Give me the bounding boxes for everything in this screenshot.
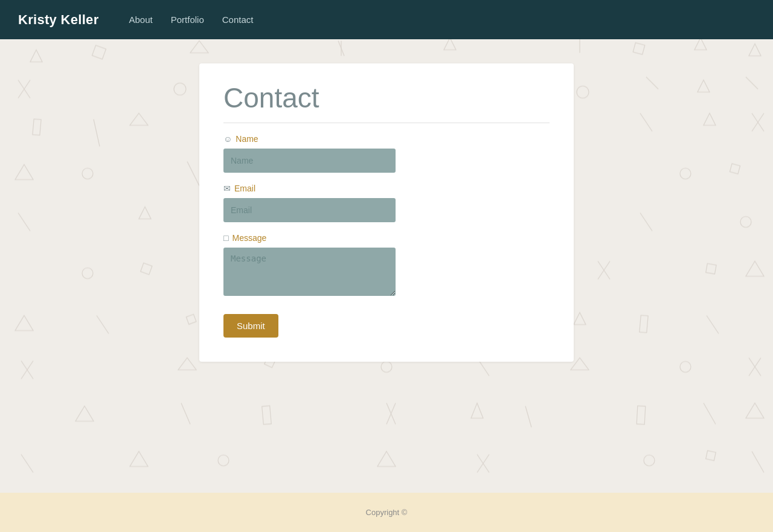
svg-line-79 <box>386 403 396 425</box>
svg-rect-59 <box>186 314 196 324</box>
svg-line-33 <box>187 162 199 186</box>
email-label: ✉ Email <box>223 184 550 193</box>
svg-line-4 <box>338 41 344 56</box>
svg-marker-5 <box>444 39 456 50</box>
main-content: Contact ☺ Name ✉ Email <box>0 39 773 493</box>
svg-line-10 <box>18 80 30 98</box>
svg-marker-56 <box>746 261 764 277</box>
svg-marker-8 <box>694 39 707 50</box>
svg-line-91 <box>477 455 489 473</box>
svg-rect-49 <box>141 263 152 275</box>
svg-marker-41 <box>139 207 151 219</box>
comment-icon: □ <box>223 233 228 243</box>
svg-marker-85 <box>746 403 764 418</box>
svg-point-92 <box>644 455 655 466</box>
svg-line-77 <box>181 403 190 425</box>
message-form-group: □ Message <box>223 233 550 298</box>
svg-line-30 <box>752 114 764 132</box>
svg-line-67 <box>21 361 33 379</box>
svg-line-65 <box>707 316 719 334</box>
email-form-group: ✉ Email <box>223 184 550 222</box>
svg-line-29 <box>752 114 764 132</box>
svg-marker-28 <box>704 114 716 126</box>
svg-marker-22 <box>130 114 148 126</box>
svg-rect-64 <box>640 315 648 333</box>
copyright-text: Copyright © <box>366 508 408 517</box>
svg-point-38 <box>680 168 691 179</box>
svg-line-27 <box>640 114 652 132</box>
svg-line-46 <box>640 213 652 231</box>
svg-marker-87 <box>130 452 148 467</box>
svg-rect-55 <box>706 263 716 274</box>
svg-marker-31 <box>15 165 33 180</box>
svg-line-66 <box>21 361 33 379</box>
contact-title: Contact <box>223 82 550 123</box>
svg-line-11 <box>18 80 30 98</box>
svg-point-70 <box>381 362 392 373</box>
contact-form: ☺ Name ✉ Email □ Message <box>223 134 550 338</box>
svg-marker-0 <box>30 50 42 62</box>
svg-rect-1 <box>92 45 106 59</box>
svg-rect-83 <box>637 406 646 425</box>
svg-marker-2 <box>190 41 208 53</box>
svg-line-40 <box>18 213 30 231</box>
svg-marker-68 <box>178 358 196 370</box>
svg-point-47 <box>740 217 751 228</box>
svg-marker-57 <box>15 316 33 331</box>
svg-marker-89 <box>377 452 396 467</box>
svg-line-86 <box>21 455 33 473</box>
email-input[interactable] <box>223 198 396 222</box>
svg-point-48 <box>82 268 93 279</box>
svg-marker-9 <box>749 44 761 56</box>
svg-point-88 <box>218 455 229 466</box>
envelope-icon: ✉ <box>223 184 231 193</box>
message-label: □ Message <box>223 233 550 243</box>
svg-point-12 <box>174 83 186 95</box>
svg-rect-20 <box>33 119 41 135</box>
navbar: Kristy Keller About Portfolio Contact <box>0 0 773 39</box>
svg-rect-93 <box>706 450 716 461</box>
svg-line-90 <box>477 455 489 473</box>
name-form-group: ☺ Name <box>223 134 550 173</box>
svg-line-74 <box>749 358 761 376</box>
svg-line-58 <box>97 316 109 334</box>
name-label: ☺ Name <box>223 134 550 144</box>
nav-link-portfolio[interactable]: Portfolio <box>171 14 204 25</box>
name-input[interactable] <box>223 149 396 173</box>
svg-line-21 <box>94 120 100 147</box>
submit-button[interactable]: Submit <box>223 314 278 338</box>
svg-line-17 <box>646 77 658 89</box>
svg-line-19 <box>746 77 758 89</box>
svg-rect-78 <box>262 406 272 425</box>
svg-line-53 <box>598 261 610 280</box>
svg-rect-39 <box>730 164 740 174</box>
svg-point-16 <box>577 86 589 98</box>
contact-card: Contact ☺ Name ✉ Email <box>199 63 574 362</box>
nav-link-contact[interactable]: Contact <box>222 14 254 25</box>
footer: Copyright © <box>0 493 773 532</box>
svg-point-32 <box>82 168 93 179</box>
svg-line-75 <box>749 358 761 376</box>
svg-line-82 <box>525 406 531 428</box>
svg-marker-63 <box>574 313 586 325</box>
svg-marker-18 <box>698 80 710 92</box>
nav-link-about[interactable]: About <box>129 14 153 25</box>
svg-point-73 <box>680 362 691 373</box>
svg-line-94 <box>752 452 764 473</box>
svg-rect-7 <box>633 43 645 55</box>
svg-line-84 <box>704 403 716 425</box>
message-textarea[interactable] <box>223 248 396 296</box>
nav-brand: Kristy Keller <box>18 12 99 28</box>
svg-line-80 <box>386 403 396 425</box>
svg-marker-81 <box>471 403 483 418</box>
svg-marker-76 <box>75 406 94 421</box>
person-icon: ☺ <box>223 134 232 144</box>
svg-line-54 <box>598 261 610 280</box>
